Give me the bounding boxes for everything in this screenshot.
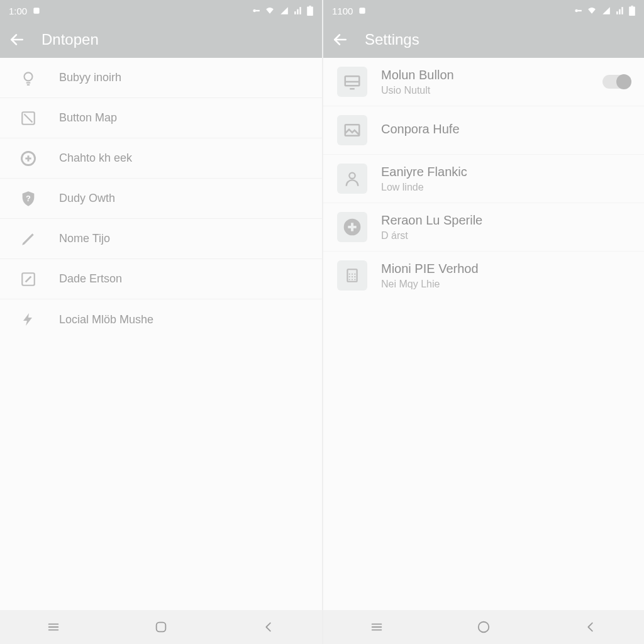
signal-bars-icon	[293, 6, 303, 15]
settings-item-title: Eaniyre Flankic	[381, 165, 630, 179]
svg-point-35	[349, 173, 355, 179]
settings-item-subtitle: Low linde	[381, 182, 630, 193]
list-item[interactable]: Dade Ertson	[0, 259, 322, 299]
svg-rect-26	[619, 9, 620, 14]
battery-icon	[629, 6, 635, 16]
list-item-label: Dade Ertson	[59, 272, 122, 286]
nav-bar	[0, 610, 322, 644]
svg-point-9	[25, 72, 33, 80]
wifi-icon	[264, 6, 275, 15]
list-item[interactable]: Bubyy inoirh	[0, 58, 322, 98]
settings-item[interactable]: Molun Bullon Usio Nutult	[323, 58, 644, 106]
svg-rect-29	[631, 6, 633, 7]
calculator-icon	[337, 260, 367, 291]
list-item-label: Nome Tijo	[59, 232, 110, 245]
wifi-icon	[586, 6, 597, 15]
display-icon	[337, 67, 367, 97]
settings-item[interactable]: Conpora Hufe	[323, 106, 644, 155]
nav-home-button[interactable]	[469, 617, 499, 637]
plus-circle-fill-icon	[337, 212, 367, 242]
settings-item-subtitle: Usio Nutult	[381, 85, 630, 96]
settings-item-title: Molun Bullon	[381, 68, 630, 82]
svg-rect-2	[256, 10, 260, 11]
image-icon	[337, 115, 367, 145]
status-icons	[252, 6, 313, 16]
svg-rect-4	[297, 9, 298, 14]
battery-icon	[307, 6, 313, 16]
list-item-label: Locial Mlöb Mushe	[59, 313, 153, 326]
settings-item[interactable]: Mioni PIE Verhod Nei Mqy Lhie	[323, 252, 644, 299]
list-item[interactable]: ? Dudy Owth	[0, 179, 322, 219]
list-item[interactable]: Button Map	[0, 98, 322, 138]
list-item-label: Button Map	[59, 111, 117, 125]
signal-bars-icon	[615, 6, 625, 15]
nav-recent-button[interactable]	[38, 617, 69, 637]
nav-bar	[323, 610, 644, 644]
svg-rect-3	[294, 11, 296, 14]
key-icon	[252, 6, 260, 15]
nav-back-button[interactable]	[575, 617, 606, 637]
list-item[interactable]: Chahto kh eek	[0, 138, 322, 179]
menu-icon	[370, 620, 384, 634]
status-time: 1100	[332, 6, 353, 16]
pencil-icon	[19, 230, 38, 248]
svg-rect-28	[629, 7, 635, 16]
svg-rect-7	[309, 6, 311, 7]
settings-item-title: Reraon Lu Sperile	[381, 213, 630, 228]
chevron-left-icon	[584, 620, 597, 634]
arrow-left-icon	[9, 31, 25, 48]
status-bar: 1100	[323, 0, 644, 21]
signal-icon	[601, 6, 611, 15]
list-item[interactable]: Nome Tijo	[0, 219, 322, 259]
arrow-left-icon	[332, 31, 348, 48]
list-item[interactable]: Locial Mlöb Mushe	[0, 299, 322, 340]
status-time: 1:00	[9, 6, 27, 16]
settings-item[interactable]: Reraon Lu Sperile D árst	[323, 203, 644, 252]
nav-back-button[interactable]	[253, 617, 284, 637]
settings-content: Molun Bullon Usio Nutult Conpora Hufe	[323, 58, 644, 610]
appbar-title: Settings	[365, 31, 419, 48]
key-icon	[574, 6, 582, 15]
notification-icon	[358, 6, 367, 15]
chevron-left-icon	[262, 620, 275, 634]
map-icon	[19, 109, 38, 128]
app-bar: Settings	[323, 21, 644, 58]
back-button[interactable]	[332, 31, 348, 48]
edit-square-icon	[19, 270, 38, 289]
person-icon	[337, 164, 367, 194]
appbar-title: Dntopen	[42, 31, 99, 48]
svg-rect-5	[299, 7, 301, 14]
svg-rect-27	[621, 7, 623, 14]
app-bar: Dntopen	[0, 21, 322, 58]
settings-item-title: Mioni PIE Verhod	[381, 262, 630, 276]
svg-rect-0	[34, 8, 40, 13]
bulb-icon	[19, 69, 38, 87]
settings-item-title: Conpora Hufe	[381, 122, 630, 136]
svg-rect-6	[307, 7, 313, 16]
bolt-icon	[19, 310, 38, 329]
signal-icon	[279, 6, 289, 15]
home-square-icon	[154, 620, 168, 634]
svg-rect-24	[578, 10, 582, 11]
nav-home-button[interactable]	[146, 617, 176, 637]
list-content: Bubyy inoirh Button Map Chahto kh eek ? …	[0, 58, 322, 610]
nav-recent-button[interactable]	[362, 617, 392, 637]
phone-right: 1100 Settings Molu	[322, 0, 644, 644]
toggle-switch[interactable]	[602, 75, 630, 89]
svg-rect-25	[616, 11, 618, 14]
settings-item-subtitle: Nei Mqy Lhie	[381, 279, 630, 290]
svg-point-52	[479, 622, 489, 633]
settings-item[interactable]: Eaniyre Flankic Low linde	[323, 155, 644, 203]
svg-rect-22	[360, 8, 365, 13]
back-button[interactable]	[9, 31, 25, 48]
svg-text:?: ?	[26, 193, 31, 203]
list-item-label: Bubyy inoirh	[59, 71, 121, 84]
notification-icon	[32, 6, 41, 15]
menu-icon	[47, 620, 60, 634]
status-bar: 1:00	[0, 0, 322, 21]
settings-item-subtitle: D árst	[381, 230, 630, 242]
svg-point-1	[253, 9, 256, 13]
list-item-label: Dudy Owth	[59, 192, 115, 205]
svg-point-23	[575, 9, 578, 13]
list-item-label: Chahto kh eek	[59, 152, 132, 165]
